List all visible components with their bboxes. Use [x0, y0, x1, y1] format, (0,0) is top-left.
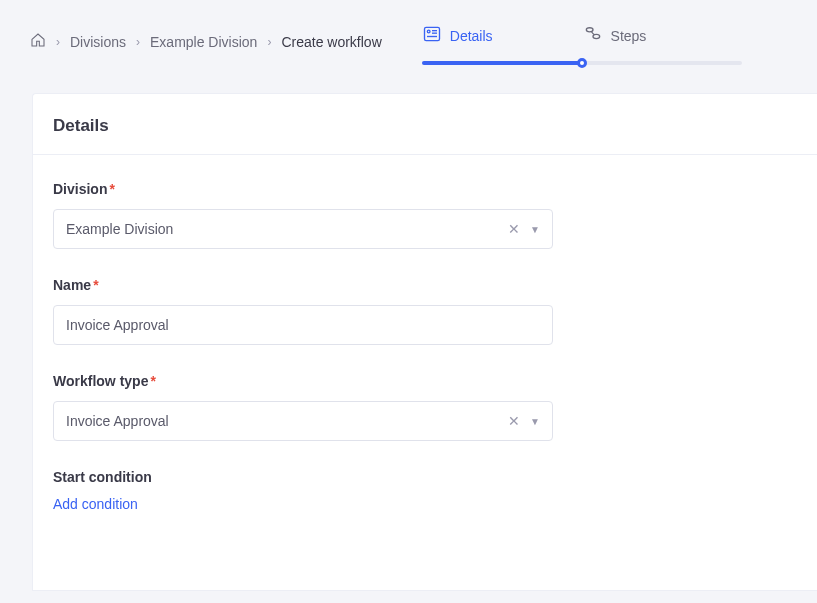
- division-value: Example Division: [66, 221, 173, 237]
- breadcrumb-current: Create workflow: [281, 34, 381, 50]
- required-indicator: *: [150, 373, 155, 389]
- workflow-type-value: Invoice Approval: [66, 413, 169, 429]
- wizard-step-details[interactable]: Details: [422, 24, 493, 47]
- workflow-type-label: Workflow type*: [53, 373, 553, 389]
- wizard-step-label: Details: [450, 28, 493, 44]
- wizard-progress: [422, 61, 742, 65]
- breadcrumb-example-division[interactable]: Example Division: [150, 34, 257, 50]
- wizard-nav: Details Steps: [422, 24, 787, 65]
- svg-point-5: [586, 28, 593, 32]
- division-select[interactable]: Example Division ✕ ▼: [53, 209, 553, 249]
- field-name: Name*: [53, 277, 553, 345]
- svg-point-1: [427, 30, 430, 33]
- breadcrumb-divisions[interactable]: Divisions: [70, 34, 126, 50]
- panel-body: Division* Example Division ✕ ▼ Name* Wor…: [33, 155, 817, 539]
- details-icon: [422, 24, 442, 47]
- name-label: Name*: [53, 277, 553, 293]
- panel-title: Details: [53, 116, 797, 136]
- wizard-progress-fill: [422, 61, 582, 65]
- clear-icon[interactable]: ✕: [508, 413, 520, 429]
- home-icon[interactable]: [30, 32, 46, 51]
- field-workflow-type: Workflow type* Invoice Approval ✕ ▼: [53, 373, 553, 441]
- panel-header: Details: [33, 94, 817, 155]
- wizard-progress-knob: [577, 58, 587, 68]
- required-indicator: *: [109, 181, 114, 197]
- workflow-type-select[interactable]: Invoice Approval ✕ ▼: [53, 401, 553, 441]
- required-indicator: *: [93, 277, 98, 293]
- wizard-step-label: Steps: [611, 28, 647, 44]
- start-condition-label: Start condition: [53, 469, 797, 485]
- field-start-condition: Start condition Add condition: [53, 469, 797, 513]
- field-division: Division* Example Division ✕ ▼: [53, 181, 553, 249]
- steps-icon: [583, 24, 603, 47]
- chevron-down-icon[interactable]: ▼: [530, 416, 540, 427]
- svg-rect-0: [424, 27, 439, 40]
- topbar: › Divisions › Example Division › Create …: [0, 0, 817, 65]
- chevron-down-icon[interactable]: ▼: [530, 224, 540, 235]
- name-input[interactable]: [53, 305, 553, 345]
- wizard-step-steps[interactable]: Steps: [583, 24, 647, 47]
- clear-icon[interactable]: ✕: [508, 221, 520, 237]
- chevron-right-icon: ›: [56, 35, 60, 49]
- add-condition-button[interactable]: Add condition: [53, 496, 138, 512]
- chevron-right-icon: ›: [136, 35, 140, 49]
- breadcrumb: › Divisions › Example Division › Create …: [30, 24, 382, 51]
- details-panel: Details Division* Example Division ✕ ▼ N…: [32, 93, 817, 591]
- division-label: Division*: [53, 181, 553, 197]
- chevron-right-icon: ›: [267, 35, 271, 49]
